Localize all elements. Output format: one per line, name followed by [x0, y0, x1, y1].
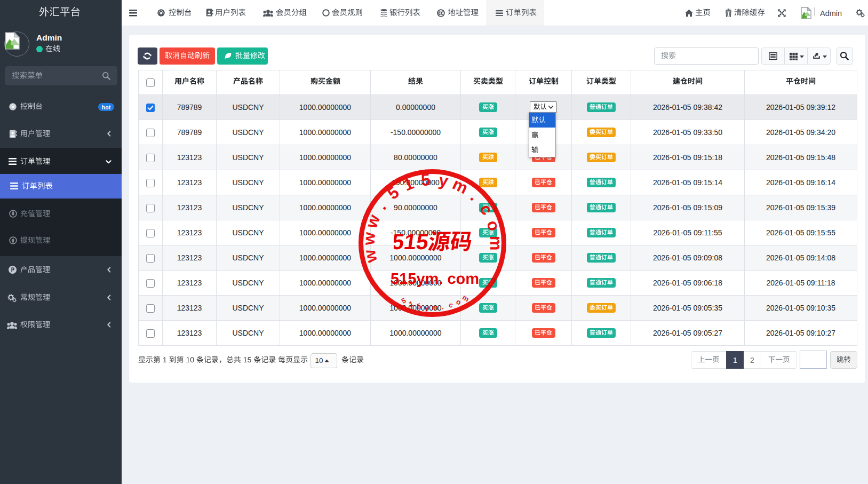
- svg-text:c: c: [476, 201, 497, 218]
- svg-text:5: 5: [400, 296, 408, 305]
- svg-text:.: .: [441, 303, 444, 311]
- svg-text:5: 5: [416, 302, 422, 311]
- svg-text:1: 1: [408, 299, 415, 308]
- svg-text:.: .: [467, 187, 483, 204]
- svg-text:m: m: [432, 304, 439, 312]
- svg-text:y: y: [425, 303, 429, 312]
- svg-text:w: w: [359, 231, 379, 246]
- svg-text:w: w: [362, 212, 384, 231]
- svg-text:m: m: [450, 174, 471, 198]
- svg-text:5: 5: [420, 170, 432, 190]
- svg-text:c: c: [448, 300, 455, 310]
- svg-text:.: .: [372, 199, 390, 213]
- svg-text:5: 5: [384, 183, 403, 203]
- svg-text:m: m: [487, 236, 505, 251]
- svg-text:1: 1: [401, 174, 416, 195]
